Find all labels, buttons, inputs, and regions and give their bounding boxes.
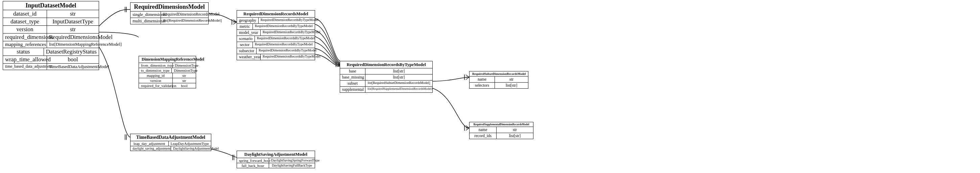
field-type: str bbox=[47, 26, 99, 33]
field-name: leap_day_adjustment bbox=[130, 141, 169, 146]
field-type: RequiredDimensionRecordsByTypeModel bbox=[261, 54, 323, 60]
field-name: status bbox=[3, 48, 44, 56]
field-name: dataset_type bbox=[3, 18, 47, 26]
field-type: list[RequiredSupplementalDimensionRecord… bbox=[366, 86, 434, 93]
field-type: list[RequiredDimensionRecordsModel] bbox=[161, 18, 224, 24]
field-name: name bbox=[469, 77, 495, 82]
entity-title: RequiredSubsetDimensionRecordsModel bbox=[469, 71, 528, 77]
field-type: DaylightSavingFallBackType bbox=[269, 163, 315, 168]
field-type: RequiredDimensionRecordsByTypeModel bbox=[256, 48, 318, 54]
field-name: single_dimensional bbox=[130, 11, 161, 18]
field-name: version bbox=[139, 78, 173, 83]
field-name: wrap_time_allowed bbox=[3, 56, 47, 63]
field-type: RequiredDimensionRecordsByTypeModel bbox=[253, 24, 315, 29]
field-name: weather_year bbox=[237, 54, 261, 60]
field-type: RequiredDimensionsModel bbox=[47, 34, 115, 41]
field-type: str bbox=[47, 10, 99, 18]
field-name: subset bbox=[340, 80, 366, 86]
field-name: mapping_references bbox=[3, 41, 47, 48]
entity-required-dimension-records-by-type-model: RequiredDimensionRecordsByTypeModel base… bbox=[340, 61, 433, 93]
field-type: str bbox=[173, 78, 196, 83]
field-name: geography bbox=[237, 18, 259, 23]
field-name: required_dimensions bbox=[3, 34, 47, 41]
field-name: fall_back_hour bbox=[237, 163, 269, 168]
field-type: list[DimensionMappingReferenceModel] bbox=[47, 41, 124, 48]
field-type: list[str] bbox=[496, 133, 533, 139]
field-type: list[str] bbox=[366, 68, 432, 74]
field-type: DaylightSavingAdjustmentModel bbox=[171, 146, 221, 151]
field-type: DimensionType bbox=[173, 63, 200, 68]
field-name: base_missing bbox=[340, 74, 366, 80]
field-type: DimensionType bbox=[172, 68, 199, 73]
field-type: list[RequiredSubsetDimensionRecordsModel… bbox=[366, 80, 432, 86]
field-type: RequiredDimensionRecordsByTypeModel bbox=[259, 18, 320, 23]
entity-required-dimensions-model: RequiredDimensionsModel single_dimension… bbox=[130, 2, 208, 24]
field-name: from_dimension_type bbox=[139, 63, 173, 68]
field-name: selectors bbox=[469, 83, 495, 88]
field-type: RequiredDimensionRecordsByTypeModel bbox=[261, 30, 323, 35]
field-name: mapping_id bbox=[139, 73, 173, 78]
entity-title: DaylightSavingAdjustmentModel bbox=[237, 151, 315, 158]
field-name: required_for_validation bbox=[139, 83, 173, 88]
field-name: dataset_id bbox=[3, 10, 47, 18]
field-name: supplemental bbox=[340, 86, 366, 93]
entity-title: InputDatasetModel bbox=[3, 2, 99, 10]
entity-title: TimeBasedDataAdjustmentModel bbox=[130, 134, 211, 141]
field-type: bool bbox=[173, 83, 196, 88]
field-type: RequiredDimensionRecordsModel bbox=[161, 11, 221, 18]
entity-title: RequiredDimensionRecordsModel bbox=[237, 11, 315, 18]
field-name: time_based_data_adjustment bbox=[3, 64, 47, 70]
field-type: list[str] bbox=[366, 74, 432, 80]
field-type: str bbox=[496, 127, 533, 133]
entity-required-subset-dimension-records-model: RequiredSubsetDimensionRecordsModel name… bbox=[469, 71, 528, 89]
entity-title: RequiredDimensionsModel bbox=[130, 3, 208, 11]
entity-required-dimension-records-model: RequiredDimensionRecordsModel geographyR… bbox=[237, 10, 315, 60]
field-type: str bbox=[495, 77, 528, 82]
field-name: daylight_saving_adjustment bbox=[130, 146, 171, 151]
field-name: sector bbox=[237, 42, 253, 48]
field-name: record_ids bbox=[469, 133, 496, 139]
field-name: to_dimension_type bbox=[139, 68, 172, 73]
field-name: version bbox=[3, 26, 47, 33]
field-name: multi_dimensional bbox=[130, 18, 161, 24]
entity-title: RequiredDimensionRecordsByTypeModel bbox=[340, 61, 432, 68]
field-type: DatasetRegistryStatus bbox=[44, 48, 99, 56]
entity-title: RequiredSupplementalDimensionRecordsMode… bbox=[469, 122, 533, 127]
entity-required-supplemental-dimension-records-model: RequiredSupplementalDimensionRecordsMode… bbox=[469, 122, 533, 139]
field-name: spring_forward_hour bbox=[237, 158, 269, 163]
field-type: LeapDayAdjustmentType bbox=[169, 141, 211, 146]
entity-daylight-saving-adjustment-model: DaylightSavingAdjustmentModel spring_for… bbox=[237, 151, 315, 168]
field-name: name bbox=[469, 127, 496, 133]
entity-dimension-mapping-reference-model: DimensionMappingReferenceModel from_dime… bbox=[138, 56, 196, 88]
field-name: model_year bbox=[237, 30, 261, 35]
field-name: subsector bbox=[237, 48, 256, 54]
field-type: TimeBasedDataAdjustmentModel bbox=[47, 64, 111, 70]
entity-input-dataset-model: InputDatasetModel dataset_idstr dataset_… bbox=[3, 1, 99, 70]
field-type: list[str] bbox=[495, 83, 528, 88]
field-type: RequiredDimensionRecordsByTypeModel bbox=[255, 36, 317, 42]
field-type: InputDatasetType bbox=[47, 18, 99, 26]
field-type: DaylightSavingSpringForwardType bbox=[269, 158, 321, 163]
field-type: bool bbox=[47, 56, 99, 63]
field-type: RequiredDimensionRecordsByTypeModel bbox=[253, 42, 315, 48]
entity-title: DimensionMappingReferenceModel bbox=[139, 56, 196, 63]
field-type: str bbox=[173, 73, 196, 78]
field-name: metric bbox=[237, 24, 253, 29]
entity-time-based-data-adjustment-model: TimeBasedDataAdjustmentModel leap_day_ad… bbox=[130, 134, 211, 151]
field-name: scenario bbox=[237, 36, 255, 42]
field-name: base bbox=[340, 68, 366, 74]
